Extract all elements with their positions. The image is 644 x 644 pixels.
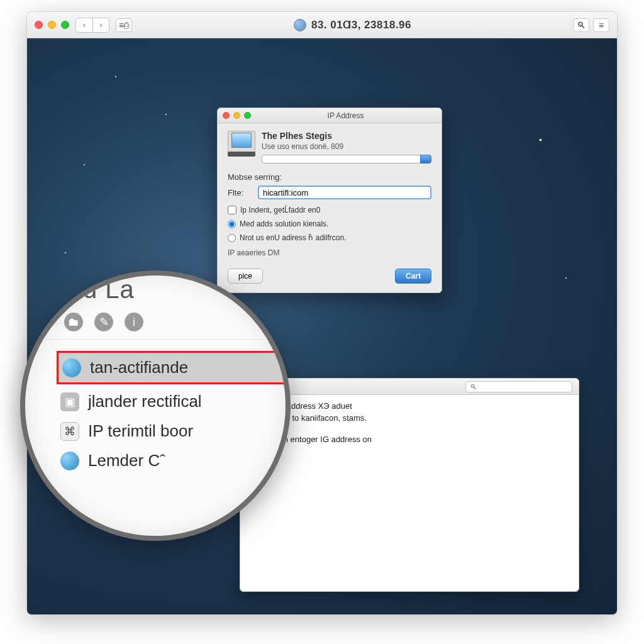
secondary-content: thefeer ip address XЭ aduet or works in … xyxy=(240,395,579,453)
list-item[interactable]: ⌘ IP terimtil boor xyxy=(57,416,286,446)
menu-button[interactable]: ≡ xyxy=(593,18,609,32)
list-item-label: Lemder Cˆ xyxy=(88,451,165,470)
dialog-title: IP Address xyxy=(255,111,436,120)
ok-button[interactable]: Cart xyxy=(395,269,431,284)
globe-icon xyxy=(294,19,306,31)
secondary-line-2: or works in to kaniifacon, stams. xyxy=(250,413,569,423)
section-label: Mobse serring: xyxy=(228,172,431,182)
address-bar[interactable]: 83. 01Ɑ3, 23818.96 xyxy=(138,18,567,31)
progress-bar xyxy=(262,155,431,164)
list-item[interactable]: Lemder Cˆ xyxy=(57,446,286,475)
magnifier-overlay: d La 🖿 ✎ i tan-actifiande ▣ jlander rect… xyxy=(20,270,291,541)
radio-option-2[interactable]: Nrot us enU adiress ɦ adilfrcon. xyxy=(228,233,431,242)
list-item-label: jlander rectifical xyxy=(88,392,202,411)
cancel-button[interactable]: pice xyxy=(228,269,263,284)
radio-1-label: Med adds solution kienals. xyxy=(240,219,328,228)
magnifier-list: tan-actifiande ▣ jlander rectifical ⌘ IP… xyxy=(39,340,291,484)
radio-2[interactable] xyxy=(228,234,236,242)
dialog-minimize-icon[interactable] xyxy=(233,112,240,119)
address-text: 83. 01Ɑ3, 23818.96 xyxy=(311,18,411,31)
info-icon[interactable]: i xyxy=(125,313,143,331)
window-controls xyxy=(35,21,69,29)
file-input[interactable] xyxy=(258,186,431,199)
radio-2-label: Nrot us enU adiress ɦ adilfrcon. xyxy=(240,233,346,242)
dialog-subheading: Use uso enus donë, 809 xyxy=(262,142,431,151)
secondary-search-input[interactable]: 🔍︎ xyxy=(465,381,572,392)
radio-option-1[interactable]: Med adds solution kienals. xyxy=(228,219,431,228)
dialog-note: IP aeaeries DM xyxy=(228,248,431,257)
field-label: Flte: xyxy=(228,188,253,197)
back-button[interactable]: ‹ xyxy=(76,18,92,32)
browser-toolbar: ‹ › ≡⎙ 83. 01Ɑ3, 23818.96 🔍︎ ≡ xyxy=(27,12,617,38)
indent-checkbox[interactable] xyxy=(228,206,236,214)
list-item-label: tan-actifiande xyxy=(90,358,188,377)
list-item[interactable]: ▣ jlander rectifical xyxy=(57,387,286,416)
dialog-close-icon[interactable] xyxy=(223,112,230,119)
nav-buttons: ‹ › xyxy=(75,18,109,33)
dialog-titlebar[interactable]: IP Address xyxy=(218,108,441,123)
dialog-heading: The Plhes Stegis xyxy=(262,131,431,141)
globe-icon xyxy=(60,452,79,470)
dialog-zoom-icon[interactable] xyxy=(244,112,251,119)
secondary-titlebar[interactable]: Maone 🔍︎ xyxy=(240,379,579,395)
terminal-icon: ⌘ xyxy=(60,422,79,441)
list-item-label: IP terimtil boor xyxy=(88,421,193,441)
search-button[interactable]: 🔍︎ xyxy=(573,18,589,32)
forward-button[interactable]: › xyxy=(92,18,109,32)
computer-icon xyxy=(228,131,255,156)
sidebar-toggle-button[interactable]: ≡⎙ xyxy=(116,18,132,32)
app-icon: ▣ xyxy=(60,392,79,411)
zoom-icon[interactable] xyxy=(61,21,69,29)
minimize-icon[interactable] xyxy=(48,21,56,29)
ip-address-dialog: IP Address The Plhes Stegis Use uso enus… xyxy=(217,108,442,293)
secondary-line-1: thefeer ip address XЭ aduet xyxy=(250,401,569,411)
secondary-line-3: andlancon entoger IG address on xyxy=(250,435,569,444)
globe-icon xyxy=(62,358,81,377)
secondary-window: Maone 🔍︎ thefeer ip address XЭ aduet or … xyxy=(240,378,579,592)
briefcase-icon[interactable]: 🖿 xyxy=(64,313,83,331)
edit-icon[interactable]: ✎ xyxy=(94,313,113,331)
progress-cap-icon xyxy=(420,155,431,164)
radio-1[interactable] xyxy=(228,220,236,228)
close-icon[interactable] xyxy=(35,21,43,29)
list-item-selected[interactable]: tan-actifiande xyxy=(57,351,286,384)
checkbox-label: Ip Indent, getĹfaddr en0 xyxy=(240,206,320,214)
indent-checkbox-row[interactable]: Ip Indent, getĹfaddr en0 xyxy=(228,206,431,214)
